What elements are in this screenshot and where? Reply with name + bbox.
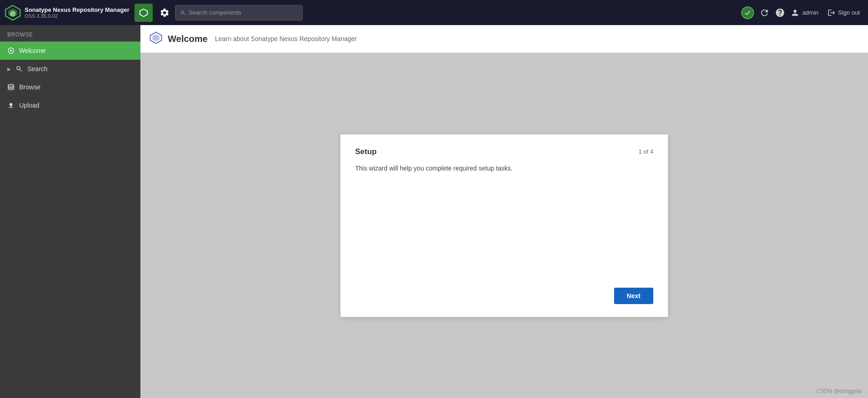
main-content: Welcome Learn about Sonatype Nexus Repos… (140, 25, 868, 398)
sidebar-item-search[interactable]: ▶ Search (0, 60, 140, 78)
sidebar-item-upload[interactable]: Upload (0, 96, 140, 114)
next-button[interactable]: Next (614, 288, 653, 304)
settings-button[interactable] (155, 4, 174, 22)
setup-dialog: Setup 1 of 4 This wizard will help you c… (340, 134, 668, 317)
layout: Browse Welcome ▶ Search Brow (0, 25, 868, 398)
setup-dialog-header: Setup 1 of 4 (355, 147, 653, 156)
search-sidebar-icon (16, 65, 23, 72)
signout-label: Sign out (838, 9, 860, 16)
sidebar: Browse Welcome ▶ Search Brow (0, 25, 140, 398)
signout-icon (827, 9, 836, 17)
watermark: CSDN @donggela (816, 388, 862, 394)
refresh-icon (760, 8, 770, 18)
search-icon (180, 10, 186, 16)
database-icon (7, 83, 15, 91)
signout-button[interactable]: Sign out (824, 7, 863, 19)
page-subtitle: Learn about Sonatype Nexus Repository Ma… (215, 35, 356, 42)
gear-icon (160, 8, 170, 18)
brand: Sonatype Nexus Repository Manager OSS 3.… (5, 5, 129, 21)
svg-point-4 (10, 50, 12, 52)
user-icon (790, 8, 800, 17)
setup-dialog-title: Setup (355, 147, 377, 156)
sidebar-browse-label: Browse (19, 83, 41, 91)
navbar-right: admin Sign out (741, 6, 863, 19)
sidebar-section-label: Browse (0, 25, 140, 41)
app-title: Sonatype Nexus Repository Manager (25, 6, 129, 14)
status-indicator (741, 6, 754, 19)
setup-dialog-body-text: This wizard will help you complete requi… (355, 165, 653, 172)
page-header-icon (150, 31, 162, 46)
sidebar-search-label: Search (27, 65, 47, 72)
sidebar-item-browse[interactable]: Browse (0, 78, 140, 96)
refresh-button[interactable] (760, 8, 770, 18)
setup-dialog-body: This wizard will help you complete requi… (355, 165, 653, 279)
page-title: Welcome (168, 34, 207, 44)
setup-dialog-footer: Next (355, 288, 653, 304)
user-section: admin (790, 8, 818, 17)
search-box[interactable] (175, 5, 303, 21)
nexus-logo-icon (5, 5, 21, 21)
browse-nav-button[interactable] (134, 4, 153, 22)
cube-icon (139, 8, 149, 18)
sidebar-upload-label: Upload (19, 102, 39, 109)
search-input[interactable] (189, 9, 298, 16)
help-button[interactable] (775, 8, 785, 18)
sidebar-item-welcome[interactable]: Welcome (0, 41, 140, 60)
navbar: Sonatype Nexus Repository Manager OSS 3.… (0, 0, 868, 25)
app-subtitle: OSS 3.35.0-02 (25, 13, 129, 19)
sidebar-welcome-label: Welcome (19, 47, 46, 54)
page-header: Welcome Learn about Sonatype Nexus Repos… (140, 25, 868, 53)
home-icon (7, 47, 15, 54)
nexus-header-icon (150, 31, 162, 44)
chevron-right-icon: ▶ (7, 67, 11, 72)
setup-dialog-step: 1 of 4 (638, 148, 653, 155)
svg-marker-7 (152, 34, 160, 41)
username-label: admin (802, 9, 818, 16)
svg-point-5 (8, 84, 14, 86)
brand-text: Sonatype Nexus Repository Manager OSS 3.… (25, 6, 129, 19)
dialog-area: Setup 1 of 4 This wizard will help you c… (140, 53, 868, 398)
upload-icon (7, 102, 15, 109)
help-icon (775, 8, 785, 18)
check-icon (744, 9, 751, 16)
